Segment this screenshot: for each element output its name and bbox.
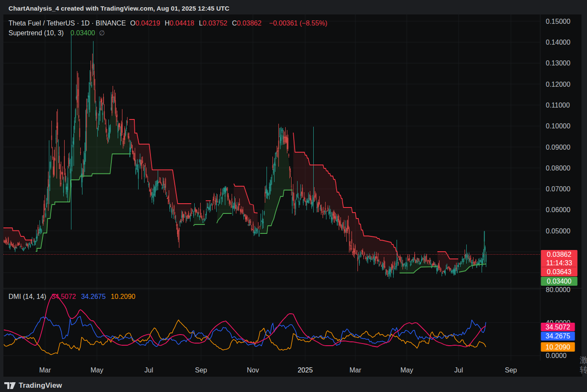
svg-text:May: May: [400, 366, 413, 374]
svg-text:Sep: Sep: [195, 366, 207, 374]
svg-text:0.09000: 0.09000: [546, 144, 570, 151]
svg-text:80.0000: 80.0000: [546, 286, 570, 293]
svg-text:May: May: [91, 366, 103, 374]
svg-text:11:14:33: 11:14:33: [546, 259, 572, 267]
svg-text:0.05000: 0.05000: [546, 227, 570, 235]
svg-text:0.0000: 0.0000: [546, 352, 567, 359]
svg-text:0.06000: 0.06000: [546, 206, 570, 213]
svg-text:0.08000: 0.08000: [546, 165, 570, 172]
svg-text:Jul: Jul: [454, 366, 463, 374]
svg-text:0.14000: 0.14000: [546, 39, 570, 46]
svg-text:0.07000: 0.07000: [546, 185, 570, 193]
svg-text:Nov: Nov: [247, 366, 259, 374]
svg-text:Sep: Sep: [505, 366, 517, 374]
svg-text:2025: 2025: [298, 366, 313, 374]
svg-text:0.11000: 0.11000: [546, 102, 570, 109]
svg-text:Jul: Jul: [145, 366, 153, 374]
svg-text:10.2090: 10.2090: [546, 344, 570, 351]
svg-text:Mar: Mar: [349, 366, 361, 374]
svg-text:0.03862: 0.03862: [547, 251, 572, 258]
svg-text:0.15000: 0.15000: [546, 18, 570, 25]
svg-text:34.2675: 34.2675: [546, 332, 570, 340]
svg-text:0.03643: 0.03643: [547, 268, 572, 276]
svg-text:0.10000: 0.10000: [546, 122, 570, 130]
svg-text:Mar: Mar: [39, 366, 51, 374]
svg-text:0.03400: 0.03400: [547, 278, 572, 285]
svg-text:0.12000: 0.12000: [546, 81, 570, 88]
svg-text:0.13000: 0.13000: [546, 60, 570, 67]
svg-text:34.5072: 34.5072: [546, 324, 570, 331]
